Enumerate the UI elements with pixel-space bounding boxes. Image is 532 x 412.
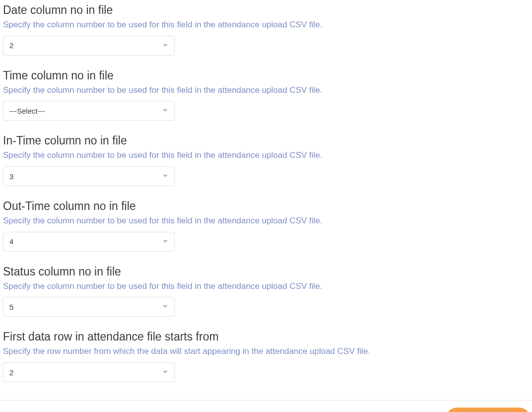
field-in-time-column: In-Time column no in file Specify the co… [3, 134, 529, 186]
field-description: Specify the column number to be used for… [3, 19, 529, 31]
field-description: Specify the column number to be used for… [3, 280, 529, 292]
in-time-column-select[interactable]: 3 [3, 166, 175, 186]
status-column-select-wrapper: 5 [3, 297, 175, 317]
field-time-column: Time column no in file Specify the colum… [3, 69, 529, 121]
field-label: Out-Time column no in file [3, 199, 529, 214]
first-data-row-select[interactable]: 2 [3, 362, 175, 382]
field-label: In-Time column no in file [3, 134, 529, 148]
field-out-time-column: Out-Time column no in file Specify the c… [3, 199, 529, 252]
status-column-select[interactable]: 5 [3, 297, 175, 317]
date-column-select[interactable]: 2 [3, 36, 175, 56]
field-label: Status column no in file [3, 265, 529, 279]
out-time-column-select[interactable]: 4 [3, 232, 175, 252]
time-column-select-wrapper: ---Select--- [3, 101, 175, 121]
field-description: Specify the column number to be used for… [3, 215, 529, 227]
update-values-button[interactable]: Update Values [446, 408, 530, 412]
first-data-row-select-wrapper: 2 [3, 362, 175, 382]
field-label: Date column no in file [3, 3, 529, 18]
field-date-column: Date column no in file Specify the colum… [3, 3, 529, 56]
time-column-select[interactable]: ---Select--- [3, 101, 175, 121]
field-label: Time column no in file [3, 69, 529, 83]
field-description: Specify the row number from which the da… [3, 345, 529, 357]
date-column-select-wrapper: 2 [3, 36, 175, 56]
field-first-data-row: First data row in attendance file starts… [3, 330, 529, 382]
in-time-column-select-wrapper: 3 [3, 166, 175, 186]
field-description: Specify the column number to be used for… [3, 84, 529, 96]
out-time-column-select-wrapper: 4 [3, 232, 175, 252]
field-status-column: Status column no in file Specify the col… [3, 265, 529, 317]
footer-bar: Attendance capture settings File Upload … [0, 401, 532, 412]
field-label: First data row in attendance file starts… [3, 330, 529, 344]
field-description: Specify the column number to be used for… [3, 149, 529, 161]
attendance-upload-form: Date column no in file Specify the colum… [0, 0, 532, 398]
